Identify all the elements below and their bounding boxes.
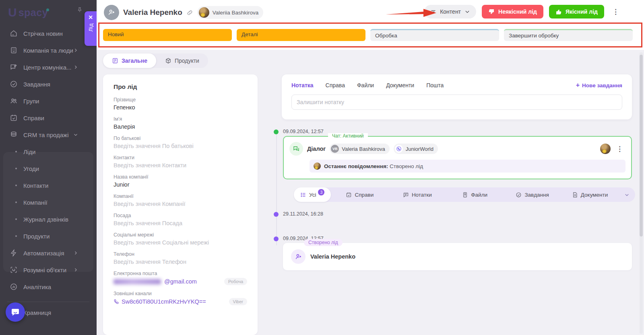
view-tabs: Загальне Продукти	[103, 53, 208, 68]
sidebar-subitem-products[interactable]: Продукти	[0, 228, 97, 245]
bullet-dot	[15, 201, 17, 203]
support-chat-button[interactable]	[6, 302, 25, 322]
tab-general[interactable]: Загальне	[103, 53, 156, 68]
sidebar-subitem-label: Журнал дзвінків	[23, 216, 68, 223]
content-filter-button[interactable]: Контент	[424, 5, 476, 18]
tab-files[interactable]: Файли	[357, 82, 374, 88]
channel-type-badge: Viber	[229, 298, 247, 305]
chat-channel-chip[interactable]: JuniorWorld	[394, 144, 438, 154]
last-message-label: Останнє повідомлення:	[324, 163, 388, 169]
chevron-right-icon	[73, 65, 78, 70]
pin-icon[interactable]	[76, 6, 83, 14]
responsible-chip[interactable]: Valeriia Bashkirova	[197, 6, 264, 19]
close-icon[interactable]: ✕	[88, 14, 93, 20]
lead-created-card[interactable]: Створено лід Valeria Hepenko	[283, 243, 632, 270]
sidebar-item-newsfeed[interactable]: Стрічка новин	[0, 25, 97, 42]
timeline-dot-green	[274, 129, 279, 134]
smart-object-icon	[10, 266, 18, 274]
sidebar-item-label: Крамниця	[23, 309, 51, 316]
activity-composer-card: Нотатка Справа Файли Документи Пошта + Н…	[282, 74, 632, 119]
main-area: Valeria Hepenko Valeriia Bashkirova Конт…	[97, 0, 644, 335]
field-middlename[interactable]: По батькові Введіть значення По батькові	[114, 136, 247, 149]
phone-icon	[114, 299, 119, 304]
filter-documents[interactable]: Документи	[566, 187, 613, 202]
sidebar-item-label: Автоматизація	[23, 250, 64, 257]
lead-avatar	[104, 5, 119, 20]
filter-activities[interactable]: Справи	[340, 187, 379, 202]
timeline-date: 09.09.2024, 12:57	[283, 129, 324, 134]
channel-id[interactable]: Sw8c60Ti80U1cmRKzHvYKQ==	[122, 298, 206, 305]
chevron-down-icon	[464, 9, 470, 14]
filter-tasks[interactable]: Завдання	[510, 187, 554, 202]
chat-channel-name: JuniorWorld	[406, 146, 433, 152]
bad-lead-button[interactable]: Неякісний лід	[482, 5, 543, 18]
filter-all[interactable]: Усі 3	[294, 187, 331, 202]
filter-notes[interactable]: Нотатки	[397, 187, 438, 202]
field-email[interactable]: Електронна пошта @gmail.com Робоча	[114, 271, 247, 285]
field-social[interactable]: Соціальні мережі Введіть значення Соціал…	[114, 232, 247, 246]
bullet-dot	[15, 235, 17, 237]
person-add-icon	[291, 249, 305, 264]
uspacy-logo[interactable]: U spacy	[8, 6, 48, 19]
stage-finish[interactable]: Завершити обробку	[504, 29, 633, 41]
field-contacts[interactable]: Контакти Введіть значення Контакти	[114, 155, 247, 169]
building-icon	[10, 46, 18, 54]
more-menu-icon[interactable]: ⋮	[610, 6, 621, 18]
sidebar-item-groups[interactable]: Групи	[0, 92, 97, 109]
field-lastname[interactable]: Прізвище Гепенко	[114, 97, 247, 111]
sidebar-item-communication-center[interactable]: Центр комуніка...	[0, 59, 97, 76]
sidebar-item-automation[interactable]: Автоматизація	[0, 245, 97, 261]
sidebar-item-tasks[interactable]: Завдання	[0, 76, 97, 92]
sidebar-subitem-leads[interactable]: Ліди	[0, 143, 97, 160]
plus-icon: +	[576, 82, 580, 89]
field-position[interactable]: Посада Введіть значення Посада	[114, 213, 247, 226]
email-domain[interactable]: @gmail.com	[164, 278, 197, 285]
field-companies[interactable]: Компанії Введіть значення Компанії	[114, 193, 247, 207]
new-task-button[interactable]: + Нове завдання	[576, 82, 622, 89]
sidebar-item-activities[interactable]: Справи	[0, 109, 97, 126]
scrollbar-thumb[interactable]	[640, 55, 643, 236]
field-company-name[interactable]: Назва компанії Junior	[114, 174, 247, 188]
sidebar-subitem-label: Продукти	[23, 233, 50, 240]
sidebar-subitem-deals[interactable]: Угоди	[0, 160, 97, 177]
chat-more-icon[interactable]: ⋮	[614, 143, 625, 155]
filter-all-badge: 3	[318, 189, 324, 195]
sidebar-divider	[7, 302, 89, 302]
copy-link-icon[interactable]	[186, 9, 193, 16]
bullet-dot	[15, 185, 17, 186]
chat-person-chip[interactable]: VB Valeria Bashkirova	[330, 144, 389, 154]
last-message-row[interactable]: Останнє повідомлення: Створено лід	[310, 160, 625, 173]
stage-details[interactable]: Деталі	[237, 29, 365, 41]
sidebar-item-crm[interactable]: CRM та продажі	[0, 126, 97, 143]
sidebar-item-smart-objects[interactable]: Розумні об'єкти	[0, 261, 97, 278]
logo-dot	[46, 8, 49, 11]
note-input[interactable]	[291, 95, 622, 110]
tab-activity[interactable]: Справа	[326, 82, 345, 88]
sidebar-subitem-contacts[interactable]: Контакти	[0, 177, 97, 194]
chat-activity-card[interactable]: Чат: Активний Діалог VB Valeria Bashkiro…	[283, 136, 632, 179]
tab-documents[interactable]: Документи	[386, 82, 414, 88]
sidebar-subitem-call-log[interactable]: Журнал дзвінків	[0, 211, 97, 228]
pipeline-stages: Новий Деталі Обробка Завершити обробку	[103, 29, 633, 41]
tab-mail[interactable]: Пошта	[426, 82, 444, 88]
field-external-channels[interactable]: Зовнішні канали Sw8c60Ti80U1cmRKzHvYKQ==…	[114, 291, 247, 305]
stage-processing[interactable]: Обробка	[370, 29, 499, 41]
tab-note[interactable]: Нотатка	[291, 82, 314, 88]
field-phone[interactable]: Телефон Введіть значення Телефон	[114, 251, 247, 265]
filter-files[interactable]: Файли	[456, 187, 493, 202]
chat-pen-icon	[10, 63, 18, 71]
good-lead-button[interactable]: Якісний лід	[549, 5, 604, 18]
timeline-filter-bar: Усі 3 Справи Нотатки Файли Завдання Доку…	[294, 187, 635, 202]
field-firstname[interactable]: Ім'я Валерія	[114, 116, 247, 130]
filter-expand-icon[interactable]	[619, 192, 635, 197]
sidebar-item-analytics[interactable]: Аналітика	[0, 278, 97, 295]
check-circle-icon	[10, 80, 18, 88]
last-message-avatar	[314, 162, 321, 170]
sidebar-subitem-companies[interactable]: Компанії	[0, 194, 97, 211]
tab-products[interactable]: Продукти	[156, 53, 208, 68]
person-initials-avatar: VB	[331, 145, 339, 153]
lead-slideover-tab[interactable]: ✕ Лід	[85, 11, 97, 46]
chevron-right-icon	[73, 267, 78, 272]
sidebar-item-company-people[interactable]: Компанія та люди	[0, 42, 97, 59]
stage-new[interactable]: Новий	[103, 29, 232, 41]
